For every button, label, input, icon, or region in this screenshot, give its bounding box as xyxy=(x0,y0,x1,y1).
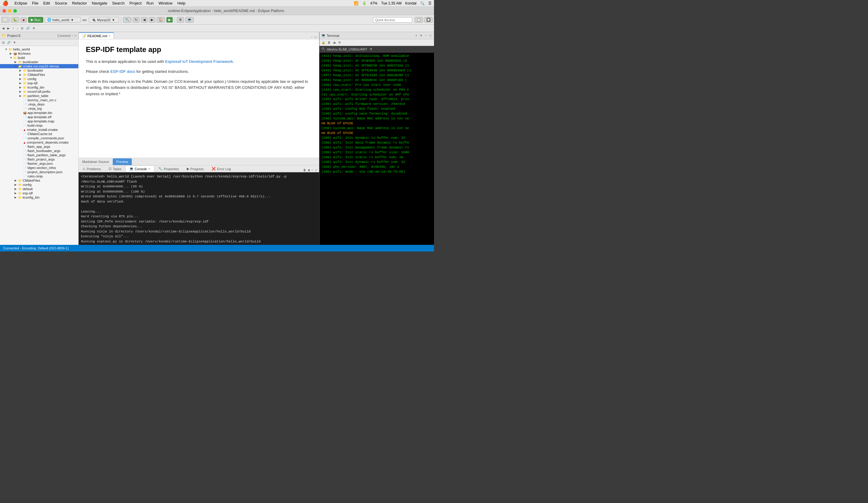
menu-refactor[interactable]: Refactor xyxy=(72,1,87,6)
tree-item-app-map[interactable]: ▶ 📄 app-template.map xyxy=(0,119,78,123)
tab-tasks[interactable]: ☑ Tasks xyxy=(105,165,125,172)
tree-item-ninja-deps[interactable]: ▶ 📄 .ninja_deps xyxy=(0,102,78,106)
list-icon[interactable]: ☰ xyxy=(428,1,432,6)
tree-item-ninja-log[interactable]: ▶ 📄 .ninja_log xyxy=(0,106,78,111)
tree-item-flash-pt-args[interactable]: ▶ 📄 flash_partition_table_args xyxy=(0,153,78,157)
menu-navigate[interactable]: Navigate xyxy=(92,1,107,6)
tree-item-archives[interactable]: ▶ 📦 Archives xyxy=(0,51,78,55)
link-editor-btn[interactable]: 🔗 xyxy=(6,41,11,44)
terminal-maximize[interactable]: □ xyxy=(428,33,432,38)
terminal-scroll-lock[interactable]: 🔒 xyxy=(321,41,326,44)
editor-minimize[interactable]: − xyxy=(310,35,314,39)
navigate-back[interactable]: ◀ xyxy=(141,17,147,23)
tree-item-config[interactable]: ▶ 📁 config xyxy=(0,77,78,81)
tree-item-flash-project-args[interactable]: ▶ 📄 flash_project_args xyxy=(0,157,78,162)
run-button[interactable]: ▶ Run xyxy=(28,17,43,23)
tab-problems[interactable]: ⚠ Problems xyxy=(79,165,105,172)
tree-item-bootloader[interactable]: ▶ 📁 bootloader xyxy=(0,60,78,64)
tree-item-project-desc[interactable]: ▶ 📄 project_description.json xyxy=(0,170,78,174)
console-clear[interactable]: 🗑 xyxy=(302,168,307,172)
console-stop[interactable]: ■ xyxy=(307,168,311,172)
tree-item-cmakefiles[interactable]: ▶ 📁 CMakeFiles xyxy=(0,73,78,77)
perspectives-button[interactable]: 📋 xyxy=(415,17,423,23)
tree-item-dummy-src[interactable]: ▶ 📄 dummy_main_src.c xyxy=(0,98,78,102)
editor-maximize[interactable]: □ xyxy=(314,35,317,39)
fwd-btn[interactable]: ▶ xyxy=(6,26,11,30)
espidf-docs-link[interactable]: ESP-IDF docs xyxy=(110,69,135,74)
build-button[interactable]: 🔧 xyxy=(123,17,132,23)
back-btn[interactable]: ◀ xyxy=(1,26,6,30)
tree-item-build-ninja[interactable]: ▶ 📄 build.ninja xyxy=(0,123,78,127)
terminal-clear-btn[interactable]: 🗑 xyxy=(327,41,332,44)
menu-edit[interactable]: Edit xyxy=(43,1,50,6)
board-dropdown[interactable]: 🔌 Myesp32 ▼ xyxy=(89,17,119,23)
panel-minimize[interactable]: − xyxy=(72,34,73,37)
menu-file[interactable]: File xyxy=(32,1,38,6)
tree-item-cmakecache[interactable]: ▶ 📄 CMakeCache.txt xyxy=(0,132,78,136)
menu-source[interactable]: Source xyxy=(55,1,67,6)
tree-item-partition[interactable]: ▶ 📁 partition_table xyxy=(0,94,78,98)
menu-run[interactable]: Run xyxy=(147,1,154,6)
tree-item-app-bin[interactable]: ▶ 📦 app-template.bin xyxy=(0,111,78,115)
tree-item-flash-app-args[interactable]: ▶ 📄 flash_app_args xyxy=(0,144,78,149)
flash-button[interactable]: ▶ xyxy=(166,17,173,23)
console-tab-close[interactable]: ✕ xyxy=(148,167,151,171)
navigate-fwd[interactable]: ▶ xyxy=(149,17,155,23)
tab-preview[interactable]: Preview xyxy=(113,158,132,165)
tree-item-compile-commands[interactable]: ▶ 📄 compile_commands.json xyxy=(0,136,78,140)
tree-item-component-depends[interactable]: ▶ ▲ component_depends.cmake xyxy=(0,140,78,144)
console-maximize[interactable]: □ xyxy=(314,168,318,172)
up-btn[interactable]: ↑ xyxy=(11,26,15,30)
home-button[interactable]: 🏠 xyxy=(157,17,165,23)
tree-item-esp-idf2[interactable]: ▶ 📁 esp-idf xyxy=(0,191,78,195)
tree-item-kconfig2[interactable]: ▶ 📁 kconfig_bin xyxy=(0,195,78,199)
preferences-button[interactable]: ⚙ xyxy=(177,17,184,23)
device-close[interactable]: ✕ xyxy=(370,47,372,51)
stop-button[interactable]: ■ xyxy=(21,17,27,23)
close-button[interactable] xyxy=(2,9,6,13)
tree-item-mconf[interactable]: ▶ 📁 mconf-idf-prefix xyxy=(0,90,78,94)
terminal-disconnect[interactable]: ⏏ xyxy=(332,41,337,44)
console-minimize[interactable]: − xyxy=(311,168,314,172)
tree-item-config2[interactable]: ▶ 📁 config xyxy=(0,183,78,187)
tree-item-default[interactable]: ▶ 📁 default xyxy=(0,187,78,191)
quick-access-input[interactable] xyxy=(373,17,412,23)
debug-button[interactable]: 🐛 xyxy=(11,17,19,23)
new-button[interactable]: ⬜ xyxy=(1,17,10,23)
terminal-button[interactable]: 💻 xyxy=(185,17,194,23)
tab-properties[interactable]: 🔧 Properties xyxy=(154,165,183,172)
chevron-down-icon[interactable]: ▼ xyxy=(31,26,36,30)
menu-help[interactable]: Help xyxy=(177,1,186,6)
collapse-all-btn[interactable]: ⊟ xyxy=(1,41,6,44)
tree-item-cmake-install[interactable]: ▶ ▲ cmake_install.cmake xyxy=(0,127,78,132)
tree-item-hello-world[interactable]: ▼ 📁 hello_world xyxy=(0,47,78,51)
project-dropdown[interactable]: 🌐 hello_world ▼ xyxy=(44,17,81,23)
tree-item-cmakefiles2[interactable]: ▶ 📁 CMakeFiles xyxy=(0,178,78,183)
tree-item-bootloader2[interactable]: ▶ 📁 bootloader xyxy=(0,68,78,73)
terminal-settings[interactable]: ⚙ xyxy=(337,41,342,44)
tree-item-rules-ninja[interactable]: ▶ 📄 rules.ninja xyxy=(0,174,78,178)
tree-item-kconfig[interactable]: ▶ 📁 kconfig_bin xyxy=(0,85,78,90)
view-menu-btn[interactable]: ▼ xyxy=(12,41,17,44)
view-menu-button[interactable]: 🔲 xyxy=(424,17,433,23)
terminal-close[interactable]: ✕ xyxy=(419,33,423,38)
down-btn[interactable]: ↓ xyxy=(16,26,19,30)
refresh-button[interactable]: ↻ xyxy=(133,17,140,23)
tab-error-log[interactable]: ❌ Error Log xyxy=(208,165,235,172)
tree-item-cmake-run[interactable]: ▼ 📁 cmake.run.esp32.xtensa xyxy=(0,64,78,68)
search-icon[interactable]: 🔍 xyxy=(420,1,425,6)
tree-item-flash-bl-args[interactable]: ▶ 📄 flash_bootloader_args xyxy=(0,149,78,153)
tree-item-ldgen[interactable]: ▶ 📄 ldgen.section_infos xyxy=(0,166,78,170)
tab-readme-close[interactable]: ✕ xyxy=(108,34,111,38)
tab-readme[interactable]: 📝 README.md ✕ xyxy=(79,32,114,39)
minimize-button[interactable] xyxy=(8,9,11,13)
terminal-minimize[interactable]: − xyxy=(424,33,428,38)
tab-progress[interactable]: ▶ Progress xyxy=(183,165,208,172)
menu-window[interactable]: Window xyxy=(158,1,172,6)
collapse-btn[interactable]: ⊟ xyxy=(20,26,24,30)
menu-search[interactable]: Search xyxy=(112,1,125,6)
panel-maximize[interactable]: □ xyxy=(75,34,76,37)
espressif-link[interactable]: Espressif IoT Development Framework xyxy=(165,59,233,64)
tab-markdown-source[interactable]: Markdown Source xyxy=(79,158,113,165)
terminal-new[interactable]: + xyxy=(414,33,418,38)
